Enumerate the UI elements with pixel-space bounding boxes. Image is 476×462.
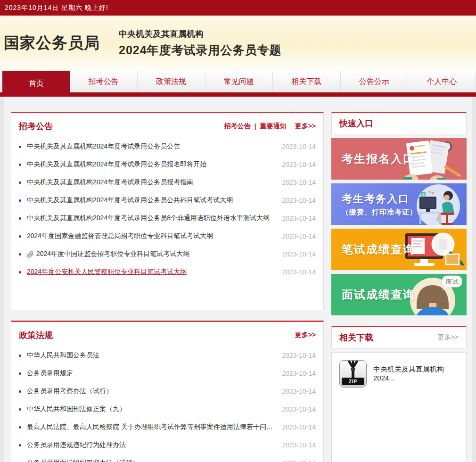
download-file-link[interactable]: 中央机关及其直属机构2024... [373, 365, 459, 462]
item-date: 2023-10-14 [275, 459, 316, 462]
candidate-registration-entry-banner[interactable]: 考生报名入口 [331, 138, 467, 180]
subtitle-line1: 中央机关及其直属机构 [119, 28, 282, 40]
left-column: 招考公告 招考公告 | 重要通知 更多>> 中央机关及其直属机构2024年度考试… [11, 112, 324, 462]
list-item: 2024年度国家金融监督管理总局招考职位专业科目笔试考试大纲 2023-10-1… [19, 227, 316, 245]
announcement-link[interactable]: 中央机关及其直属机构2024年度考试录用公务员报名即将开始 [27, 160, 206, 169]
bullet-icon [19, 164, 21, 166]
bullet-icon [19, 444, 21, 446]
bullet-icon [19, 146, 21, 148]
announcements-more-link[interactable]: 更多>> [295, 122, 316, 131]
announcements-header: 招考公告 招考公告 | 重要通知 更多>> [11, 113, 323, 136]
banner-label-wrap: 面试成绩查询 [342, 274, 415, 315]
registration-entry-label: 考生报名入口 [342, 151, 415, 166]
list-item: 中华人民共和国刑法修正案（九） 2023-10-14 [19, 400, 316, 418]
policy-link[interactable]: 最高人民法院、最高人民检察院 关于办理组织考试作弊等刑事案件适用法律若干问题的解… [27, 423, 275, 431]
announcements-panel: 招考公告 招考公告 | 重要通知 更多>> 中央机关及其直属机构2024年度考试… [11, 112, 324, 310]
policy-link[interactable]: 中华人民共和国刑法修正案（九） [27, 405, 126, 413]
paperclip-icon [27, 251, 34, 258]
site-header: 国家公务员局 中央机关及其直属机构 2024年度考试录用公务员专题 [0, 16, 476, 71]
item-date: 2023-10-14 [275, 214, 316, 222]
downloads-title: 相关下载 [339, 332, 373, 343]
interview-score-query-banner[interactable]: 面试 面试成绩查询 [331, 274, 467, 315]
announcement-link[interactable]: 中央机关及其直属机构2024年度考试录用公务员公共科目笔试考试大纲 [27, 196, 233, 205]
list-item: 中央机关及其直属机构2024年度考试录用公务员报考指南 2023-10-14 [19, 173, 316, 191]
zip-file-icon[interactable]: ZIP [339, 360, 367, 388]
list-item: 中央机关及其直属机构2024年度考试录用公务员公告 2023-10-14 [19, 138, 316, 156]
policies-header-links: 更多>> [290, 331, 316, 339]
announcement-link[interactable]: 2024年度国家金融监督管理总局招考职位专业科目笔试考试大纲 [27, 232, 213, 240]
item-date: 2023-10-14 [275, 441, 316, 449]
list-item: 公务员录用考察办法（试行） 2023-10-14 [19, 382, 316, 400]
nav-tab-downloads[interactable]: 相关下载 [273, 71, 341, 92]
item-date: 2023-10-14 [275, 370, 316, 377]
announcements-list: 中央机关及其直属机构2024年度考试录用公务员公告 2023-10-14 中央机… [11, 136, 323, 281]
interview-score-query-label: 面试成绩查询 [342, 287, 415, 302]
bullet-icon [19, 217, 21, 220]
banner-label-wrap: 笔试成绩查询 [342, 229, 415, 270]
list-item: 公务员录用违规违纪行为处理办法 2023-10-14 [19, 436, 316, 454]
policies-header: 政策法规 更多>> [11, 322, 323, 345]
bullet-icon [19, 372, 21, 375]
list-item: 中央机关及其直属机构2024年度考试录用公务员报名即将开始 2023-10-14 [19, 156, 316, 173]
item-date: 2023-10-14 [275, 423, 316, 431]
list-item: 公务员录用规定 2023-10-14 [19, 364, 316, 382]
bullet-icon [19, 271, 21, 273]
site-subtitle: 中央机关及其直属机构 2024年度考试录用公务员专题 [119, 28, 282, 58]
zip-type-label: ZIP [342, 378, 364, 385]
nav-tab-faq[interactable]: 常见问题 [205, 71, 273, 92]
policy-link[interactable]: 公务员录用面试组织管理办法（试行） [27, 459, 139, 462]
announcement-link-visited[interactable]: 2024年度公安机关人民警察职位专业科目笔试考试大纲 [27, 268, 187, 276]
announcements-title: 招考公告 [19, 121, 53, 132]
announcement-link[interactable]: 2024年度中国证监会招考职位专业科目笔试考试大纲 [36, 250, 189, 258]
main-content: 招考公告 招考公告 | 重要通知 更多>> 中央机关及其直属机构2024年度考试… [4, 97, 472, 462]
list-item: 2024年度中国证监会招考职位专业科目笔试考试大纲 2023-10-14 [19, 245, 316, 263]
bullet-icon [19, 355, 21, 357]
banner-label-wrap: 考生报名入口 [342, 138, 415, 180]
policies-list: 中华人民共和国公务员法 2023-10-14 公务员录用规定 2023-10-1… [11, 345, 323, 462]
policies-panel: 政策法规 更多>> 中华人民共和国公务员法 2023-10-14 公务员录用规定… [11, 321, 324, 462]
exam-affairs-entry-sublabel: （缴费、打印准考证） [342, 208, 417, 217]
policy-link[interactable]: 中华人民共和国公务员法 [27, 351, 99, 360]
nav-tab-home[interactable]: 首页 [2, 71, 70, 97]
tab-separator: | [254, 123, 256, 130]
interview-bubble-text: 面试 [446, 278, 458, 285]
bullet-icon [19, 390, 21, 393]
item-date: 2023-10-14 [275, 179, 316, 186]
candidate-exam-affairs-entry-banner[interactable]: B 考生考务入口 （缴费、打印准考证） [331, 183, 467, 225]
written-score-query-banner[interactable]: 笔试成绩查询 [331, 229, 467, 270]
item-date: 2023-10-14 [275, 197, 316, 204]
nav-tab-announcements[interactable]: 招考公告 [70, 71, 138, 92]
announcement-link[interactable]: 中央机关及其直属机构2024年度考试录用公务员8个非通用语职位外语水平测试大纲 [27, 214, 270, 223]
list-item: 最高人民法院、最高人民检察院 关于办理组织考试作弊等刑事案件适用法律若干问题的解… [19, 418, 316, 436]
subtitle-line2: 2024年度考试录用公务员专题 [119, 42, 282, 58]
nav-tab-personal-center[interactable]: 个人中心 [408, 71, 476, 92]
announcements-tab-link[interactable]: 招考公告 [224, 122, 251, 131]
bullet-icon [19, 199, 21, 202]
bullet-icon [19, 253, 21, 256]
main-nav: 首页 招考公告 政策法规 常见问题 相关下载 公告公示 个人中心 [0, 71, 476, 92]
site-logo-text: 国家公务员局 [4, 33, 100, 54]
nav-underline-bar [0, 92, 476, 97]
quick-entry-panel: 快速入口 [331, 112, 467, 134]
nav-tab-policies[interactable]: 政策法规 [138, 71, 205, 92]
downloads-panel-header: 相关下载 更多>> [331, 326, 467, 348]
list-item: 公务员录用面试组织管理办法（试行） 2023-10-14 [19, 454, 316, 462]
policy-link[interactable]: 公务员录用考察办法（试行） [27, 387, 113, 396]
announcements-header-links: 招考公告 | 重要通知 更多>> [224, 122, 316, 131]
bullet-icon [19, 426, 21, 429]
top-date-bar: 2023年10月14日 星期六 晚上好! [0, 0, 476, 16]
item-date: 2023-10-14 [275, 388, 316, 395]
important-notices-link[interactable]: 重要通知 [260, 122, 287, 131]
announcement-link[interactable]: 中央机关及其直属机构2024年度考试录用公务员公告 [27, 142, 180, 151]
downloads-more-link[interactable]: 更多>> [438, 333, 459, 342]
svg-text:B: B [422, 193, 425, 196]
date-greeting-text: 2023年10月14日 星期六 晚上好! [5, 4, 108, 11]
nav-tab-notices[interactable]: 公告公示 [341, 71, 409, 92]
policies-more-link[interactable]: 更多>> [295, 331, 316, 339]
announcement-link[interactable]: 中央机关及其直属机构2024年度考试录用公务员报考指南 [27, 178, 193, 187]
item-date: 2023-10-14 [275, 352, 316, 359]
policy-link[interactable]: 公务员录用规定 [27, 369, 73, 378]
list-item: 2024年度公安机关人民警察职位专业科目笔试考试大纲 2023-10-14 [19, 263, 316, 281]
item-date: 2023-10-14 [275, 268, 316, 276]
policy-link[interactable]: 公务员录用违规违纪行为处理办法 [27, 441, 126, 449]
